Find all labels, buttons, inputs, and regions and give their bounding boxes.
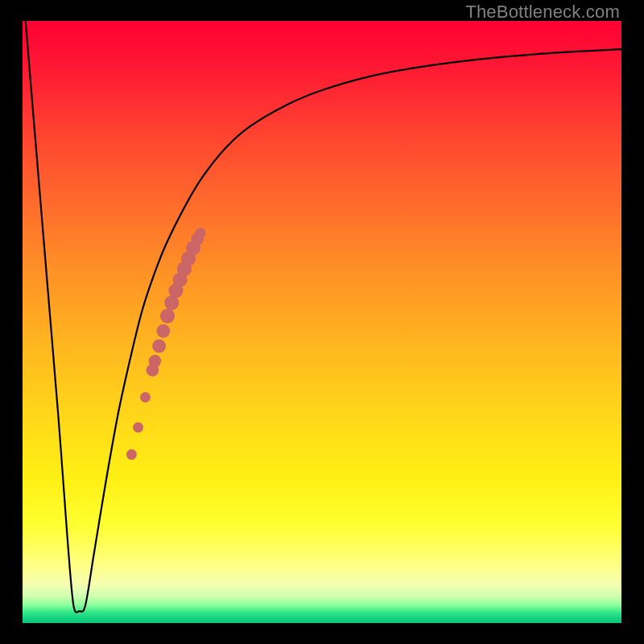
chart-frame: TheBottleneck.com xyxy=(0,0,644,644)
watermark-text: TheBottleneck.com xyxy=(465,2,620,23)
data-marker xyxy=(152,339,166,353)
data-marker xyxy=(156,324,170,338)
data-markers xyxy=(23,21,621,623)
data-marker xyxy=(126,449,137,460)
data-marker xyxy=(140,392,151,402)
data-marker xyxy=(195,228,205,238)
plot-area xyxy=(23,21,621,623)
data-marker xyxy=(149,355,162,368)
data-marker xyxy=(133,422,143,432)
data-marker xyxy=(160,308,175,323)
